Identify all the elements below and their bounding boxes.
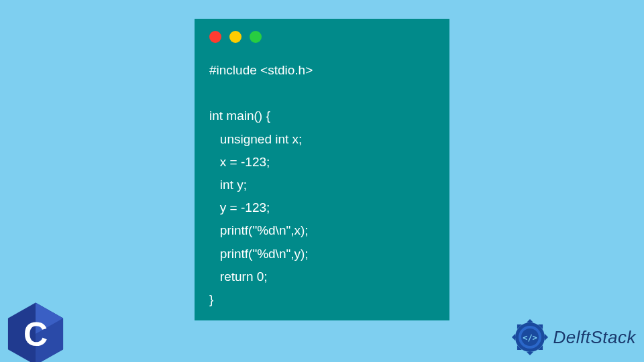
c-language-logo-icon: C — [5, 300, 66, 362]
c-logo-letter: C — [23, 316, 48, 353]
code-block: #include <stdio.h> int main() { unsigned… — [209, 59, 435, 311]
window-titlebar — [209, 31, 435, 43]
delftstack-gear-icon: </> — [511, 318, 549, 357]
delftstack-logo: </> DelftStack — [511, 318, 637, 357]
svg-marker-4 — [527, 352, 533, 355]
code-window: #include <stdio.h> int main() { unsigned… — [195, 19, 449, 320]
svg-text:</>: </> — [523, 333, 537, 343]
delftstack-brand-text: DelftStack — [553, 327, 637, 348]
svg-marker-3 — [527, 319, 533, 322]
close-icon — [209, 31, 221, 43]
svg-marker-6 — [545, 334, 548, 341]
maximize-icon — [250, 31, 262, 43]
minimize-icon — [229, 31, 241, 43]
svg-marker-5 — [512, 334, 515, 341]
